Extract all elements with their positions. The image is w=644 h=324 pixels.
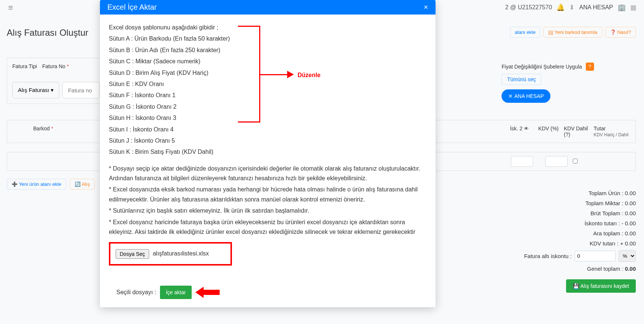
fatura-no-field: Fatura No * [42, 63, 69, 71]
close-icon[interactable]: × [424, 3, 428, 12]
top-bar: 2 @ U215227570 🔔 ⬇ ANA HESAP 🏢 ▦ [498, 0, 644, 15]
selected-file-name: alışfaturasılistesi.xlsx [153, 249, 209, 258]
bell-icon[interactable]: 🔔 [556, 3, 565, 12]
grid-icon[interactable]: ▦ [630, 3, 637, 12]
select-all-button[interactable]: Tümünü seç [502, 74, 541, 85]
isk-input[interactable] [511, 156, 533, 167]
modal-header: Excel İçe Aktar × [100, 0, 436, 15]
fatura-alt-label: Fatura altı iskontu : [524, 253, 572, 259]
page-title: Alış Faturası Oluştur [7, 28, 88, 38]
kdv-input[interactable] [545, 156, 568, 167]
totals-panel: Toplam Ürün : 0.00 Toplam Miktar : 0.00 … [502, 190, 636, 293]
discount-input[interactable] [575, 251, 616, 261]
note-1: * Dosyayı seçip içe aktar dediğinizde do… [109, 164, 427, 184]
modal-body: Excel dosya şablonunu aşağıdaki gibidir … [100, 15, 436, 307]
col-d: Sütun D : Birim Alış Fiyat (KDV Hariç) [109, 68, 427, 78]
main-account-label[interactable]: ANA HESAP [579, 4, 613, 11]
annotation-text: Düzenle [298, 70, 320, 80]
col-e: Sütun E : KDV Oranı [109, 79, 427, 89]
annotation-arrow-line [260, 74, 289, 75]
col-h: Sütun H : İskonto Oranı 3 [109, 113, 427, 123]
annotation-bracket [238, 26, 260, 123]
help-button[interactable]: ❓ Nasıl? [605, 27, 636, 38]
annotation-arrow-head [287, 71, 294, 78]
menu-icon[interactable]: ≡ [8, 3, 13, 13]
col-c: Sütun C : Miktar (Sadece numerik) [109, 57, 427, 66]
modal-intro: Excel dosya şablonunu aşağıdaki gibidir … [109, 23, 427, 32]
kdv-dahil-checkbox[interactable] [573, 159, 578, 163]
action-row: ➕ Yeni ürün alanı ekle 🔄 Alış [7, 179, 95, 190]
th-tutar: TutarKDV Hariç / Dahil [594, 126, 631, 137]
note-2: * Excel dosyanızda eksik barkod numarası… [109, 185, 427, 204]
col-i: Sütun I : İskonto Oranı 4 [109, 125, 427, 134]
import-button[interactable]: İçe aktar [160, 286, 192, 299]
right-panel: Fiyat Değişikliğini Şubelere Uygula ? Tü… [502, 63, 636, 103]
col-a: Sütun A : Ürün Barkodu (En fazla 50 kara… [109, 34, 427, 44]
col-g: Sütun G : İskonto Oranı 2 [109, 102, 427, 112]
col-b: Sütun B : Ürün Adı (En fazla 250 karakte… [109, 45, 427, 55]
selected-file-label: Seçili dosyayı : [116, 288, 156, 297]
th-kdv: KDV (%) [529, 126, 559, 137]
fatura-tipi-select[interactable]: Alış Faturası ▾ [12, 82, 59, 98]
th-kdv-dahil: KDV Dahil (?) [564, 126, 590, 137]
import-modal: Excel İçe Aktar × Excel dosya şablonunu … [100, 0, 436, 307]
fatura-no-label: Fatura No * [42, 63, 69, 69]
fatura-tipi-label: Fatura Tipi [12, 63, 37, 69]
discount-unit-select[interactable]: % [619, 250, 636, 262]
modal-title: Excel İçe Aktar [107, 3, 157, 12]
fatura-tipi-field: Fatura Tipi [12, 63, 37, 71]
add-field-button[interactable]: alanı ekle [510, 27, 541, 38]
add-product-row-button[interactable]: ➕ Yeni ürün alanı ekle [7, 179, 66, 190]
ana-hesap-pill[interactable]: ✕ ANA HESAP [502, 89, 550, 103]
note-3: * Sutünlarınız için başlık satırı ekleme… [109, 206, 427, 216]
sitemap-icon[interactable]: 🏢 [618, 3, 626, 12]
update-icon[interactable]: ⬇ [569, 3, 575, 12]
alis-button[interactable]: 🔄 Alış [70, 179, 95, 190]
file-input-area: Dosya Seç alışfaturasılistesi.xlsx [109, 242, 232, 265]
import-row: Seçili dosyayı : İçe aktar [109, 286, 427, 299]
account-id: 2 @ U215227570 [505, 4, 552, 11]
th-isk: İsk. 2 [510, 126, 522, 131]
eye-icon[interactable]: 👁 [524, 126, 529, 131]
col-f: Sütun F : İskonto Oranı 1 [109, 90, 427, 100]
file-select-button[interactable]: Dosya Seç [116, 249, 149, 259]
fatura-no-input[interactable] [62, 82, 100, 98]
top-buttons: alanı ekle |||| Yeni barkod tanımla ❓ Na… [510, 27, 636, 38]
new-barcode-button[interactable]: |||| Yeni barkod tanımla [543, 27, 602, 38]
help-badge[interactable]: ? [586, 63, 594, 71]
col-j: Sütun J : İskonto Oranı 5 [109, 136, 427, 146]
col-k: Sütun K : Birim Satış Fiyatı (KDV Dahil) [109, 147, 427, 157]
apply-branches-label: Fiyat Değişikliğini Şubelere Uygula [502, 64, 582, 70]
th-barkod: Barkod [33, 126, 50, 131]
annotation-arrow-left [195, 287, 222, 298]
save-invoice-button[interactable]: 💾 Alış faturasını kaydet [566, 279, 636, 293]
note-4: * Excel dosyanız haricinde faturaya başk… [109, 217, 427, 237]
